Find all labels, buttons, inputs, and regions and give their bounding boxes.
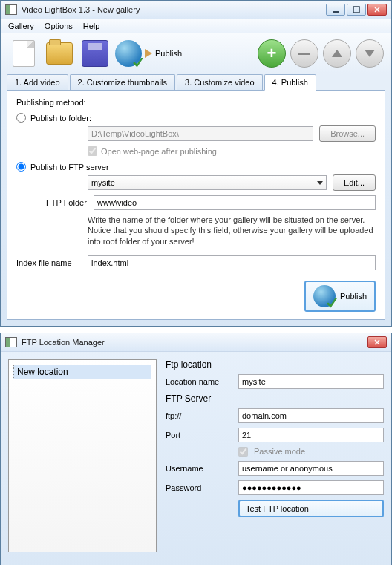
index-file-input[interactable] (88, 255, 376, 270)
index-file-label: Index file name (16, 258, 82, 267)
ftp-host-label: ftp:// (166, 411, 232, 420)
username-input[interactable] (238, 461, 384, 476)
arrow-down-icon (365, 50, 375, 57)
maximize-button[interactable] (347, 4, 366, 16)
username-label: Username (166, 464, 232, 473)
app-icon (5, 4, 17, 15)
close-button[interactable] (368, 4, 387, 16)
passive-mode-checkbox (238, 447, 248, 457)
tab-customize-video[interactable]: 3. Customize video (177, 74, 263, 90)
location-name-input[interactable] (238, 374, 384, 389)
main-window: Video LightBox 1.3 - New gallery Gallery… (0, 0, 392, 327)
publish-panel: Publishing method: Publish to folder: Br… (7, 90, 385, 320)
tab-customize-thumbnails[interactable]: 2. Customize thumbnails (70, 74, 175, 90)
publish-tool-button[interactable]: Publish (115, 40, 182, 67)
tabs: 1. Add video 2. Customize thumbnails 3. … (1, 74, 391, 90)
port-label: Port (166, 431, 232, 440)
menu-help[interactable]: Help (83, 22, 100, 30)
ftp-form: Ftp location Location name FTP Server ft… (166, 359, 384, 552)
open-folder-button[interactable] (44, 38, 75, 69)
folder-icon (46, 42, 73, 65)
new-page-button[interactable] (8, 38, 39, 69)
menu-options[interactable]: Options (45, 22, 73, 30)
open-after-label: Open web-page after publishing (101, 147, 217, 156)
browse-button[interactable]: Browse... (319, 125, 376, 142)
plus-icon: + (267, 44, 277, 63)
menubar: Gallery Options Help (1, 19, 391, 33)
ftp-site-dropdown[interactable]: mysite (88, 175, 327, 190)
ftp-server-heading: FTP Server (166, 393, 384, 404)
arrow-icon (145, 49, 152, 58)
panel-heading: Publishing method: (16, 98, 376, 107)
location-name-label: Location name (166, 377, 232, 386)
move-down-button[interactable] (356, 39, 384, 68)
close-button[interactable] (368, 336, 387, 348)
globe-icon (313, 285, 336, 307)
ftp-manager-window: FTP Location Manager New location Ftp lo… (0, 333, 392, 565)
window-title: Video LightBox 1.3 - New gallery (22, 5, 326, 14)
radio-publish-folder-label: Publish to folder: (30, 114, 91, 123)
ftp-host-input[interactable] (238, 408, 384, 423)
move-up-button[interactable] (323, 39, 351, 68)
remove-button[interactable] (290, 39, 318, 68)
ftp-folder-label: FTP Folder (46, 198, 88, 207)
tab-publish[interactable]: 4. Publish (264, 74, 316, 91)
chevron-down-icon (317, 181, 323, 185)
ftp-site-value: mysite (91, 178, 115, 187)
location-list[interactable]: New location (8, 359, 157, 552)
port-input[interactable] (238, 428, 384, 442)
window-title: FTP Location Manager (22, 338, 368, 347)
passive-mode-label: Passive mode (254, 447, 305, 456)
svg-rect-0 (333, 11, 339, 13)
ftp-folder-input[interactable] (94, 195, 376, 210)
edit-button[interactable]: Edit... (333, 174, 376, 191)
publish-button[interactable]: Publish (304, 281, 376, 312)
test-ftp-button[interactable]: Test FTP location (238, 500, 384, 517)
publish-tool-label: Publish (155, 49, 182, 58)
ftp-body: New location Ftp location Location name … (1, 352, 391, 560)
menu-gallery[interactable]: Gallery (8, 22, 34, 30)
radio-publish-ftp[interactable] (16, 162, 26, 172)
titlebar: Video LightBox 1.3 - New gallery (1, 1, 391, 19)
ftp-location-heading: Ftp location (166, 359, 384, 370)
bottom-bar: New location Delete Close (1, 560, 391, 565)
svg-rect-1 (353, 7, 359, 13)
location-list-item[interactable]: New location (13, 365, 151, 379)
minus-icon (298, 53, 310, 55)
ftp-help-text: Write the name of the folder where your … (88, 215, 376, 246)
radio-publish-folder[interactable] (16, 113, 26, 123)
folder-path-input (88, 126, 313, 141)
arrow-up-icon (332, 50, 342, 57)
minimize-button[interactable] (326, 4, 345, 16)
titlebar: FTP Location Manager (1, 333, 391, 352)
password-label: Password (166, 483, 232, 492)
toolbar: Publish + (1, 33, 391, 74)
open-after-checkbox (88, 146, 97, 156)
save-disk-button[interactable] (79, 38, 111, 69)
radio-publish-ftp-label: Publish to FTP server (30, 163, 109, 172)
disk-icon (82, 40, 108, 67)
app-icon (5, 337, 17, 347)
publish-button-label: Publish (340, 292, 367, 301)
tab-add-video[interactable]: 1. Add video (7, 74, 68, 90)
add-button[interactable]: + (258, 39, 286, 68)
globe-icon (115, 40, 142, 67)
password-input[interactable] (238, 480, 384, 495)
page-icon (13, 40, 35, 67)
